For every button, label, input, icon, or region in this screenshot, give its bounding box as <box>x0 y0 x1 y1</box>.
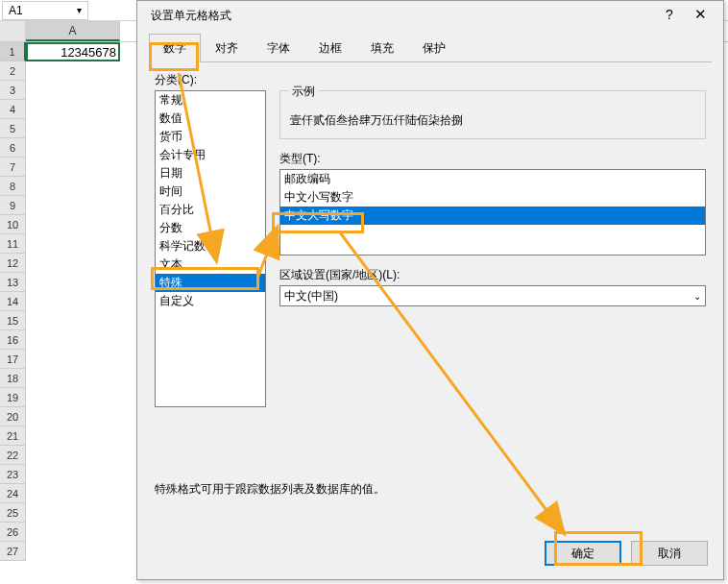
row-header[interactable]: 8 <box>0 177 26 196</box>
category-item[interactable]: 时间 <box>156 182 265 201</box>
category-item[interactable]: 货币 <box>156 128 265 146</box>
tab[interactable]: 字体 <box>253 34 304 62</box>
name-box[interactable]: A1 ▾ <box>2 1 88 20</box>
row-header[interactable]: 5 <box>0 119 26 138</box>
type-item[interactable]: 中文大写数字 <box>280 207 705 225</box>
cancel-button[interactable]: 取消 <box>631 541 708 566</box>
row-header[interactable]: 7 <box>0 158 26 177</box>
category-item[interactable]: 日期 <box>156 164 265 182</box>
type-listbox[interactable]: 邮政编码中文小写数字中文大写数字 <box>279 169 706 256</box>
category-item[interactable]: 科学记数 <box>156 237 265 256</box>
row-header[interactable]: 3 <box>0 81 26 100</box>
format-cells-dialog: 设置单元格格式 ? ✕ 数字对齐字体边框填充保护 分类(C): 常规数值货币会计… <box>136 0 724 580</box>
col-header-a[interactable]: A <box>26 21 120 41</box>
dialog-tabs: 数字对齐字体边框填充保护 <box>137 34 723 62</box>
row-header[interactable]: 18 <box>0 369 26 388</box>
row-header[interactable]: 13 <box>0 273 26 292</box>
category-item[interactable]: 常规 <box>156 91 265 110</box>
row-header[interactable]: 9 <box>0 196 26 215</box>
close-button[interactable]: ✕ <box>685 2 716 29</box>
sample-value: 壹仟贰佰叁拾肆万伍仟陆佰柒拾捌 <box>290 112 695 129</box>
row-header[interactable]: 24 <box>0 484 26 503</box>
row-header[interactable]: 16 <box>0 330 26 350</box>
category-item[interactable]: 百分比 <box>156 201 265 219</box>
category-item[interactable]: 文本 <box>156 256 265 274</box>
tab[interactable]: 数字 <box>149 34 201 62</box>
tab[interactable]: 填充 <box>356 34 408 62</box>
row-header[interactable]: 2 <box>0 61 26 81</box>
hint-text: 特殊格式可用于跟踪数据列表及数据库的值。 <box>155 481 385 498</box>
row-header[interactable]: 11 <box>0 234 26 254</box>
category-label: 分类(C): <box>155 72 706 88</box>
row-header[interactable]: 25 <box>0 503 26 523</box>
row-header[interactable]: 1 <box>0 42 26 61</box>
locale-select[interactable]: 中文(中国) ⌄ <box>279 285 706 306</box>
sample-label: 示例 <box>288 84 319 100</box>
chevron-down-icon: ⌄ <box>693 291 701 302</box>
row-header[interactable]: 14 <box>0 292 26 311</box>
category-item[interactable]: 自定义 <box>156 292 265 310</box>
type-item[interactable]: 邮政编码 <box>280 170 705 188</box>
dialog-title: 设置单元格格式 <box>151 8 654 24</box>
row-header[interactable]: 19 <box>0 388 26 407</box>
ok-button[interactable]: 确定 <box>545 541 621 566</box>
locale-label: 区域设置(国家/地区)(L): <box>279 267 706 283</box>
category-listbox[interactable]: 常规数值货币会计专用日期时间百分比分数科学记数文本特殊自定义 <box>155 90 266 407</box>
category-item[interactable]: 分数 <box>156 219 265 237</box>
row-header[interactable]: 21 <box>0 426 26 446</box>
row-header[interactable]: 12 <box>0 254 26 273</box>
type-label: 类型(T): <box>279 151 706 167</box>
row-header[interactable]: 17 <box>0 350 26 369</box>
row-header[interactable]: 27 <box>0 542 26 561</box>
row-header[interactable]: 10 <box>0 215 26 234</box>
help-button[interactable]: ? <box>654 2 685 29</box>
type-item[interactable]: 中文小写数字 <box>280 188 705 207</box>
tab[interactable]: 对齐 <box>201 34 253 62</box>
tab[interactable]: 保护 <box>408 34 460 62</box>
row-header[interactable]: 26 <box>0 523 26 542</box>
chevron-down-icon: ▾ <box>77 5 82 15</box>
row-header[interactable]: 22 <box>0 446 26 465</box>
category-item[interactable]: 特殊 <box>156 274 265 292</box>
tab[interactable]: 边框 <box>304 34 356 62</box>
cell-a1[interactable]: 12345678 <box>26 42 120 61</box>
row-header[interactable]: 23 <box>0 465 26 484</box>
row-header[interactable]: 15 <box>0 311 26 330</box>
row-header[interactable]: 6 <box>0 138 26 158</box>
row-header[interactable]: 4 <box>0 100 26 119</box>
category-item[interactable]: 数值 <box>156 110 265 128</box>
category-item[interactable]: 会计专用 <box>156 146 265 164</box>
row-header[interactable]: 20 <box>0 407 26 426</box>
